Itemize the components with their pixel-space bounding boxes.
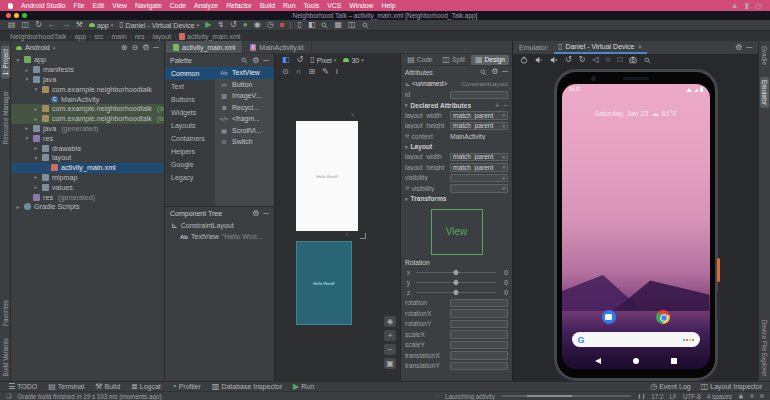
- attr-value-layout-width[interactable]: match_parent▾: [450, 111, 508, 120]
- tool-window-button-run[interactable]: ▶Run: [293, 383, 314, 391]
- save-all-icon[interactable]: ◫: [22, 21, 30, 29]
- volume-up-icon[interactable]: [550, 56, 558, 64]
- search-icon[interactable]: [480, 69, 487, 76]
- gear-icon[interactable]: ⚙: [252, 57, 259, 65]
- volume-down-icon[interactable]: [535, 56, 543, 64]
- orientation-icon[interactable]: ↺: [297, 56, 304, 64]
- tool-window-button-logcat[interactable]: ≣Logcat: [131, 383, 161, 391]
- debug-icon[interactable]: ●: [243, 21, 248, 29]
- tool-window-button-build[interactable]: ⚒Build: [95, 383, 120, 391]
- tree-item-values[interactable]: ▸values: [11, 182, 164, 192]
- breadcrumb-app[interactable]: app: [74, 33, 86, 40]
- tree-item-layout[interactable]: ▾layout: [11, 153, 164, 163]
- preview-resize-handle[interactable]: [360, 233, 366, 239]
- rotate-left-icon[interactable]: ↺: [565, 56, 572, 64]
- slider-thumb[interactable]: [452, 269, 459, 276]
- zoom-window-button[interactable]: [22, 13, 27, 18]
- breadcrumb-layout[interactable]: layout: [152, 33, 171, 40]
- apply-code-changes-icon[interactable]: ↺: [230, 21, 237, 29]
- button-event-log[interactable]: ◷Event Log: [650, 383, 691, 391]
- rotate-right-icon[interactable]: ↻: [579, 56, 586, 64]
- declared-attributes-section[interactable]: ▾ Declared Attributes + ─: [405, 100, 508, 110]
- device-for-preview-selector[interactable]: ▯ Pixel ▾: [310, 56, 336, 64]
- menu-view[interactable]: View: [112, 2, 127, 9]
- project-view-selector[interactable]: Android: [25, 43, 50, 52]
- gear-icon[interactable]: ⚙: [735, 44, 742, 52]
- palette-item-recycl[interactable]: ≣Recycl...: [215, 102, 274, 114]
- menu-file[interactable]: File: [74, 2, 85, 9]
- tool-window-button-database-inspector[interactable]: ▥Database Inspector: [212, 383, 282, 391]
- tool-window-button-gradle[interactable]: Gradle: [761, 46, 768, 65]
- component-constraintlayout[interactable]: ⊾ConstraintLayout: [165, 220, 274, 231]
- mode-design[interactable]: ▦Design: [471, 55, 509, 65]
- palette-category-legacy[interactable]: Legacy: [165, 171, 215, 184]
- attr-value-layout-height[interactable]: match_parent▾: [450, 163, 508, 172]
- menu-edit[interactable]: Edit: [93, 2, 105, 9]
- palette-item-button[interactable]: ▭Button: [215, 79, 274, 91]
- layout-inspector-icon[interactable]: ◫: [348, 21, 356, 29]
- tool-window-button-device-file-explorer[interactable]: Device File Explorer: [761, 320, 768, 376]
- caret-position[interactable]: 17:2: [651, 393, 663, 400]
- margins-icon[interactable]: ⊞: [308, 68, 315, 76]
- design-preview[interactable]: Hello World!: [296, 121, 358, 231]
- close-window-button[interactable]: [6, 13, 11, 18]
- menu-code[interactable]: Code: [170, 2, 186, 9]
- palette-item-scrollvi[interactable]: ▤ScrollVi...: [215, 125, 274, 137]
- button-layout-inspector[interactable]: ◫Layout Inspector: [701, 383, 762, 391]
- palette-category-layouts[interactable]: Layouts: [165, 119, 215, 132]
- menu-analyze[interactable]: Analyze: [194, 2, 218, 9]
- search-icon[interactable]: [241, 57, 248, 64]
- menu-vcs[interactable]: VCS: [327, 2, 341, 9]
- pan-icon[interactable]: ◈: [384, 316, 396, 327]
- attr-value-scaley[interactable]: [450, 341, 508, 350]
- hide-icon[interactable]: ─: [263, 210, 269, 218]
- tree-item-com-example-neighborhoodtalk-androidtest[interactable]: ▸com.example.neighborhoodtalk(androidTes…: [11, 104, 164, 114]
- palette-category-common[interactable]: Common: [165, 67, 215, 80]
- tool-window-button-terminal[interactable]: ▤Terminal: [48, 383, 84, 391]
- tree-item-com-example-neighborhoodtalk[interactable]: ▾com.example.neighborhoodtalk: [11, 84, 164, 94]
- minimize-window-button[interactable]: [14, 13, 19, 18]
- sdk-manager-icon[interactable]: ◧: [308, 21, 316, 29]
- home-nav-icon[interactable]: [633, 358, 640, 365]
- palette-item-fragm[interactable]: </><fragm...: [215, 113, 274, 125]
- slider-thumb[interactable]: [452, 289, 459, 296]
- layout-section[interactable]: ▾ Layout: [405, 142, 508, 152]
- run-icon[interactable]: ▶: [205, 21, 211, 29]
- attr-value-rotationy[interactable]: [450, 320, 508, 329]
- attr-value-layout-width[interactable]: match_parent▾: [450, 153, 508, 162]
- attr-value-visibility[interactable]: ▾: [450, 184, 508, 193]
- palette-item-imagev[interactable]: ▨ImageV...: [215, 90, 274, 102]
- transforms-section[interactable]: ▾ Transforms: [405, 194, 508, 204]
- slider-track-y[interactable]: [416, 282, 496, 284]
- palette-category-containers[interactable]: Containers: [165, 132, 215, 145]
- menu-help[interactable]: Help: [381, 2, 395, 9]
- mode-split[interactable]: ◫Split: [439, 55, 469, 65]
- attr-value-rotation[interactable]: [450, 299, 508, 308]
- preview-textview[interactable]: Hello World!: [316, 174, 338, 179]
- palette-category-widgets[interactable]: Widgets: [165, 106, 215, 119]
- overview-nav-icon[interactable]: [671, 358, 677, 364]
- add-attribute-button[interactable]: +: [495, 102, 499, 109]
- device-screen[interactable]: 16:27 Saturday, Jan 23 ☁ 61°F: [562, 84, 710, 369]
- component-textview[interactable]: AbTextView"Hello Worl...: [165, 231, 274, 242]
- tab-activity-main-xml[interactable]: activity_main.xml: [166, 41, 243, 53]
- expand-arrow-icon[interactable]: ▸: [33, 184, 39, 190]
- gear-icon[interactable]: ⚙: [491, 68, 498, 76]
- hide-icon[interactable]: ─: [263, 57, 269, 65]
- expand-arrow-icon[interactable]: ▸: [24, 67, 30, 73]
- chrome-app-icon[interactable]: [656, 310, 670, 324]
- palette-category-buttons[interactable]: Buttons: [165, 93, 215, 106]
- blueprint-textview[interactable]: Hello World!: [313, 281, 335, 286]
- overview-nav-icon[interactable]: □: [617, 56, 622, 64]
- run-config-selector[interactable]: app ▾: [89, 22, 113, 29]
- expand-arrow-icon[interactable]: ▾: [33, 155, 39, 161]
- hide-icon[interactable]: ─: [746, 44, 752, 52]
- blueprint-preview[interactable]: Hello World!: [296, 241, 352, 325]
- search-icon[interactable]: [321, 22, 328, 29]
- breadcrumb-activity-main-xml[interactable]: activity_main.xml: [179, 33, 240, 40]
- back-icon[interactable]: ←: [48, 21, 56, 29]
- tree-item-app[interactable]: ▾app: [11, 55, 164, 65]
- device-file-explorer-icon[interactable]: ▦: [334, 21, 342, 29]
- at-a-glance-widget[interactable]: Saturday, Jan 23 ☁ 61°F: [562, 109, 710, 118]
- apply-changes-icon[interactable]: ↯: [217, 21, 224, 29]
